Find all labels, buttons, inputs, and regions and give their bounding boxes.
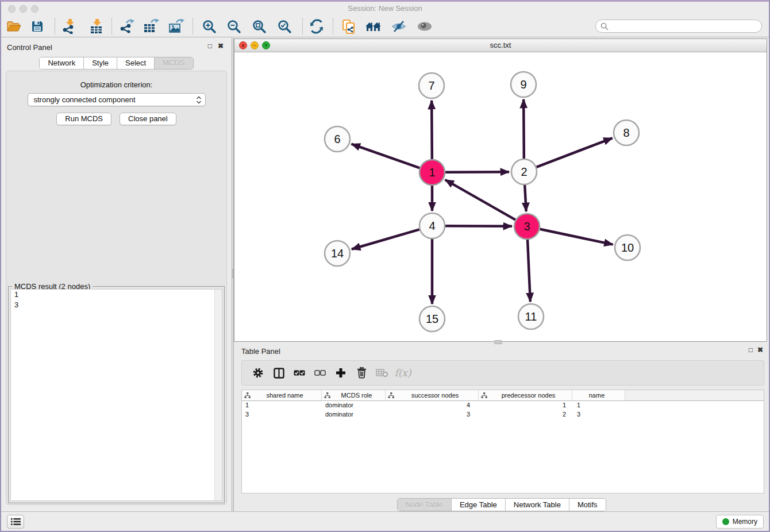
column-header-mcds-role[interactable]: MCDS role: [322, 390, 386, 400]
zoom-out-button[interactable]: [224, 17, 244, 36]
network-canvas[interactable]: 7968124314101511: [234, 52, 767, 341]
tab-select[interactable]: Select: [117, 57, 155, 69]
graph-edge[interactable]: [525, 185, 526, 211]
table-settings-button[interactable]: [248, 367, 268, 379]
trash-icon: [357, 367, 367, 379]
delete-table-button[interactable]: [372, 368, 392, 377]
table-header-row: shared name MCDS role successor nodes: [242, 390, 764, 401]
tab-style[interactable]: Style: [84, 57, 117, 69]
graph-edge[interactable]: [445, 226, 512, 226]
close-panel-icon[interactable]: ✖: [218, 42, 224, 50]
graph-edge[interactable]: [528, 240, 530, 302]
mcds-result-box[interactable]: 1 3: [10, 289, 222, 501]
table-panel-title: Table Panel: [241, 347, 280, 356]
save-session-button[interactable]: [28, 17, 47, 36]
hide-selected-button[interactable]: [389, 17, 409, 36]
export-table-button[interactable]: [141, 17, 161, 36]
table-tabs: Node Table Edge Table Network Table Moti…: [396, 498, 606, 511]
close-panel-button[interactable]: Close panel: [120, 113, 176, 125]
import-table-button[interactable]: [86, 17, 106, 36]
function-builder-button[interactable]: f(x): [392, 367, 413, 379]
column-header-predecessor-nodes[interactable]: predecessor nodes: [479, 390, 572, 400]
graph-edge[interactable]: [540, 229, 613, 245]
zoom-in-button[interactable]: [199, 17, 219, 36]
node-table[interactable]: shared name MCDS role successor nodes: [241, 390, 764, 494]
horizontal-splitter-grip[interactable]: [494, 340, 502, 344]
export-network-button[interactable]: [117, 17, 136, 36]
export-table-icon: [143, 19, 159, 34]
network-window-titlebar[interactable]: x − + scc.txt: [234, 39, 767, 52]
tab-motifs[interactable]: Motifs: [569, 499, 606, 511]
table-row[interactable]: 3 dominator 3 2 3: [242, 410, 764, 419]
add-column-button[interactable]: [330, 368, 351, 378]
zoom-selected-button[interactable]: [275, 17, 294, 36]
mcds-result-group: MCDS result (2 nodes) 1 3: [8, 286, 225, 503]
import-table-icon: [88, 19, 104, 34]
graph-edge[interactable]: [352, 144, 420, 168]
zoom-selected-icon: [278, 20, 292, 34]
tab-edge-table[interactable]: Edge Table: [452, 499, 506, 511]
select-all-columns-button[interactable]: [289, 369, 310, 376]
search-field[interactable]: [595, 20, 762, 33]
close-table-panel-icon[interactable]: ✖: [757, 346, 763, 354]
delete-column-button[interactable]: [351, 367, 372, 379]
graph-node-label: 2: [521, 165, 527, 178]
task-history-button[interactable]: [7, 515, 24, 529]
result-line: 3: [11, 300, 222, 310]
tab-network-table[interactable]: Network Table: [506, 499, 569, 511]
graph-edge[interactable]: [432, 101, 432, 159]
memory-button[interactable]: Memory: [716, 515, 764, 529]
column-tree-icon: [244, 392, 251, 399]
column-header-shared-name[interactable]: shared name: [242, 390, 322, 400]
column-header-name[interactable]: name: [572, 390, 625, 400]
run-mcds-button[interactable]: Run MCDS: [56, 113, 111, 125]
tab-network[interactable]: Network: [40, 57, 84, 69]
open-file-button[interactable]: [4, 17, 24, 36]
tab-mcds[interactable]: MCDS: [155, 57, 192, 69]
column-tree-icon: [388, 392, 394, 399]
zoom-window-button[interactable]: [31, 5, 38, 13]
zoom-fit-button[interactable]: [249, 17, 269, 36]
import-network-button[interactable]: [59, 17, 79, 36]
float-panel-icon[interactable]: □: [208, 42, 212, 50]
export-image-button[interactable]: [167, 17, 186, 36]
zoom-in-icon: [202, 20, 217, 34]
tab-node-table[interactable]: Node Table: [397, 499, 452, 511]
graph-edge[interactable]: [352, 229, 419, 249]
refresh-view-button[interactable]: [307, 17, 326, 36]
graph-edge[interactable]: [445, 180, 515, 220]
toolbar-separator: [333, 18, 333, 34]
graph-edge[interactable]: [445, 172, 509, 172]
column-tree-icon: [324, 392, 330, 399]
graph-edge[interactable]: [536, 138, 612, 167]
result-scrollbar[interactable]: [214, 290, 222, 500]
search-input[interactable]: [611, 22, 761, 30]
split-table-view-button[interactable]: [268, 368, 289, 379]
first-neighbors-button[interactable]: [364, 17, 383, 36]
main-toolbar: [1, 16, 769, 37]
minimize-window-button[interactable]: [20, 5, 27, 13]
graph-edge[interactable]: [523, 99, 524, 159]
close-window-button[interactable]: [8, 5, 16, 13]
open-folder-icon: [6, 20, 21, 33]
toolbar-separator: [111, 18, 112, 34]
column-header-successor-nodes[interactable]: successor nodes: [386, 390, 479, 400]
graph-node-label: 6: [334, 133, 340, 145]
float-table-panel-icon[interactable]: □: [749, 346, 753, 354]
zoom-out-icon: [227, 20, 241, 34]
houses-icon: [365, 20, 382, 33]
deselect-all-columns-button[interactable]: [310, 369, 330, 376]
eye-slash-icon: [391, 20, 407, 33]
graph-node-label: 14: [331, 247, 344, 260]
network-zoom-button[interactable]: +: [262, 41, 270, 49]
show-all-button[interactable]: [415, 17, 434, 36]
optimization-criterion-select[interactable]: strongly connected component: [28, 93, 206, 106]
network-close-button[interactable]: x: [239, 41, 247, 49]
save-icon: [31, 20, 44, 33]
criterion-value: strongly connected component: [34, 95, 196, 104]
delete-table-icon: [376, 368, 388, 377]
network-graph[interactable]: 7968124314101511: [234, 52, 767, 341]
network-minimize-button[interactable]: −: [251, 41, 259, 49]
table-row[interactable]: 1 dominator 4 1 1: [242, 401, 764, 410]
clone-network-button[interactable]: [339, 17, 359, 36]
